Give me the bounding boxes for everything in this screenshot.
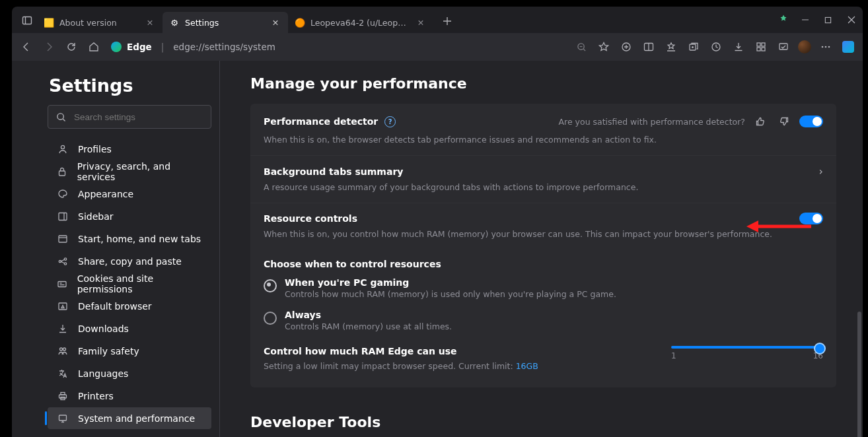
nav-reset[interactable]: Reset settings [48, 430, 211, 437]
close-icon[interactable]: ✕ [144, 17, 156, 28]
svg-rect-23 [757, 48, 760, 51]
info-icon[interactable]: ? [384, 116, 396, 127]
svg-point-37 [64, 257, 66, 259]
radio-pc-gaming[interactable]: When you're PC gaming Controls how much … [250, 272, 836, 304]
svg-rect-43 [59, 303, 67, 310]
nav-share[interactable]: Share, copy and paste [48, 250, 211, 272]
nav-privacy[interactable]: Privacy, search, and services [48, 160, 211, 182]
row-background-tabs[interactable]: Background tabs summary › A resource usa… [250, 155, 836, 203]
more-icon[interactable] [815, 36, 836, 57]
favorite-icon[interactable] [593, 36, 614, 57]
svg-rect-49 [59, 415, 67, 420]
languages-icon [57, 368, 69, 380]
address-bar[interactable]: Edge | edge://settings/system [111, 42, 275, 52]
family-icon [57, 345, 69, 357]
browser-window: 🟨 About version ✕ ⚙ Settings ✕ 🟠 Leopeva… [12, 7, 863, 437]
search-field[interactable] [73, 112, 203, 123]
nav-label: Cookies and site permissions [77, 273, 202, 294]
nav-cookies[interactable]: Cookies and site permissions [48, 273, 211, 294]
back-button[interactable] [16, 36, 37, 57]
close-window-button[interactable] [840, 11, 863, 29]
window-controls [774, 7, 863, 33]
row-title: Performance detector [264, 116, 378, 127]
search-icon [56, 112, 66, 122]
nav-languages[interactable]: Languages [48, 362, 211, 384]
tab-actions-button[interactable] [17, 11, 37, 30]
svg-rect-47 [61, 392, 65, 395]
nav-downloads[interactable]: Downloads [48, 318, 211, 339]
profile-icon[interactable] [795, 36, 814, 57]
svg-point-45 [63, 348, 66, 351]
split-screen-icon[interactable] [638, 36, 659, 57]
nav-sidebar[interactable]: Sidebar [48, 205, 211, 227]
refresh-button[interactable] [61, 36, 82, 57]
edge-icon [111, 42, 122, 52]
row-performance-detector: Performance detector ? Are you satisfied… [250, 104, 836, 155]
nav-label: Share, copy and paste [78, 256, 182, 267]
favorites-list-icon[interactable] [661, 36, 682, 57]
nav-label: Start, home, and new tabs [78, 234, 201, 244]
subsection-choose: Choose when to control resources [250, 250, 836, 272]
maximize-button[interactable] [816, 11, 840, 29]
apps-icon[interactable] [750, 36, 772, 57]
history-icon[interactable] [705, 36, 727, 57]
row-resource-controls: Resource controls When this is on, you c… [250, 203, 836, 250]
cookies-icon [57, 278, 68, 290]
radio-always[interactable]: Always Controls RAM (memory) use at all … [250, 304, 836, 337]
ram-slider[interactable]: 1 16 [671, 346, 823, 360]
radio-button[interactable] [264, 312, 277, 325]
downloads-icon[interactable] [728, 36, 749, 57]
search-input[interactable] [48, 105, 211, 129]
svg-rect-35 [59, 236, 67, 242]
nav-system-performance[interactable]: System and performance [48, 407, 211, 429]
nav-start[interactable]: Start, home, and new tabs [48, 228, 211, 250]
browser-essentials-icon[interactable] [773, 36, 794, 57]
profile-icon [57, 143, 69, 155]
thumbs-down-icon[interactable] [776, 113, 793, 130]
minimize-button[interactable] [793, 11, 816, 29]
tab-about-version[interactable]: 🟨 About version ✕ [37, 12, 163, 33]
extensions-icon[interactable] [616, 36, 637, 57]
radio-title: Always [285, 310, 452, 320]
close-icon[interactable]: ✕ [270, 17, 281, 28]
printer-icon [57, 390, 69, 402]
settings-content: Manage your performance Performance dete… [220, 61, 863, 437]
sidebar-icon [57, 211, 69, 222]
nav-label: System and performance [78, 413, 195, 424]
survey-text: Are you satisfied with performance detec… [559, 117, 745, 127]
scrollbar[interactable] [857, 312, 861, 437]
wallet-icon[interactable] [774, 11, 793, 29]
nav-family[interactable]: Family safety [48, 340, 211, 362]
radio-button[interactable] [264, 279, 277, 292]
nav-appearance[interactable]: Appearance [48, 183, 211, 205]
resource-controls-toggle[interactable] [799, 213, 823, 224]
nav-profiles[interactable]: Profiles [48, 138, 211, 160]
slider-desc: Setting a low limit may impact browser s… [264, 360, 651, 372]
share-icon [57, 255, 69, 267]
settings-page: Settings Profiles Privacy, search, and s… [12, 61, 863, 437]
new-tab-button[interactable] [437, 11, 457, 31]
collections-icon[interactable] [683, 36, 704, 57]
tab-settings[interactable]: ⚙ Settings ✕ [163, 12, 288, 33]
nav-label: Sidebar [78, 211, 114, 222]
nav-label: Printers [78, 391, 114, 401]
nav-default-browser[interactable]: Default browser [48, 295, 211, 317]
tab-icon [57, 233, 69, 245]
current-limit-link[interactable]: 16GB [516, 361, 538, 371]
thumbs-up-icon[interactable] [752, 113, 769, 130]
svg-rect-33 [59, 213, 67, 220]
slider-thumb[interactable] [814, 343, 826, 354]
titlebar: 🟨 About version ✕ ⚙ Settings ✕ 🟠 Leopeva… [12, 7, 863, 33]
nav-label: Languages [78, 368, 128, 379]
close-icon[interactable]: ✕ [415, 17, 427, 28]
home-button[interactable] [83, 36, 104, 57]
copilot-icon[interactable] [838, 36, 859, 57]
nav-label: Default browser [78, 301, 152, 312]
gear-icon: ⚙ [169, 17, 180, 28]
nav-printers[interactable]: Printers [48, 385, 211, 407]
tab-reddit-user[interactable]: 🟠 Leopeva64-2 (u/Leopeva64-2) - ✕ [288, 12, 433, 33]
row-title: Background tabs summary [264, 166, 403, 177]
forward-button[interactable] [38, 36, 59, 57]
performance-detector-toggle[interactable] [799, 116, 823, 127]
zoom-icon[interactable] [571, 36, 592, 57]
